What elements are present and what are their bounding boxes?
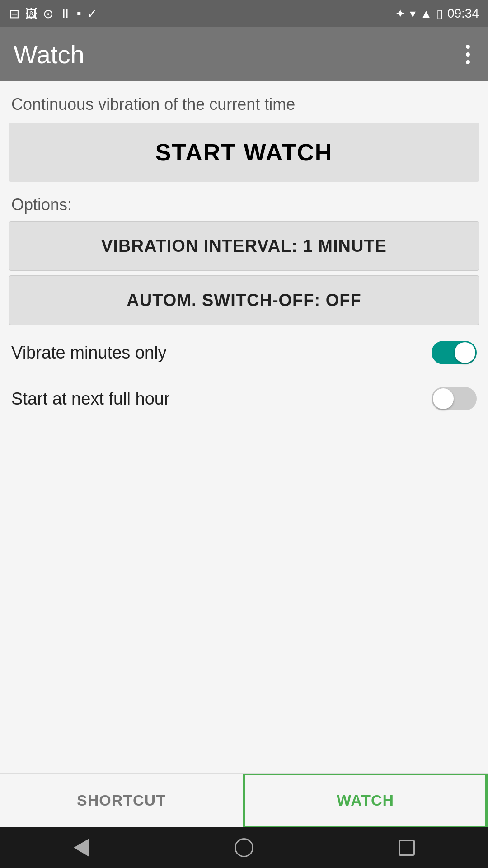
signal-icon: ▲ (420, 7, 432, 21)
start-next-hour-thumb (433, 388, 454, 409)
bluetooth-icon: ✦ (395, 7, 405, 21)
watch-tab[interactable]: WATCH (243, 774, 488, 827)
recents-button[interactable] (393, 834, 420, 861)
status-bar-left-icons: ⊟ 🖼 ⊙ ⏸ ▪ ✓ (9, 6, 97, 21)
app-title: Watch (14, 40, 84, 69)
vibrate-minutes-thumb (455, 342, 475, 363)
main-content: Continuous vibration of the current time… (0, 81, 488, 773)
recents-icon (399, 840, 415, 856)
start-next-hour-row: Start at next full hour (9, 376, 479, 422)
home-icon (235, 838, 253, 857)
sim-icon: ⊟ (9, 6, 19, 21)
status-bar-right-icons: ✦ ▾ ▲ ▯ 09:34 (395, 6, 479, 21)
square-icon: ▪ (77, 6, 81, 21)
shortcut-tab-label: SHORTCUT (77, 792, 166, 809)
back-button[interactable] (68, 834, 95, 861)
dot3 (466, 60, 470, 64)
options-label: Options: (9, 195, 479, 214)
back-icon (74, 839, 89, 857)
subtitle-text: Continuous vibration of the current time (9, 95, 479, 114)
sync-icon: ⊙ (43, 6, 53, 21)
start-next-hour-toggle[interactable] (432, 387, 477, 410)
bottom-nav: SHORTCUT WATCH (0, 773, 488, 827)
dot1 (466, 45, 470, 49)
autom-switch-off-button[interactable]: AUTOM. SWITCH-OFF: OFF (9, 275, 479, 325)
vibrate-minutes-toggle[interactable] (432, 341, 477, 364)
battery-icon: ▯ (436, 7, 443, 21)
app-bar: Watch (0, 27, 488, 81)
status-time: 09:34 (447, 6, 479, 21)
dot2 (466, 52, 470, 57)
vibration-interval-button[interactable]: VIBRATION INTERVAL: 1 MINUTE (9, 221, 479, 271)
pause-icon: ⏸ (59, 6, 71, 21)
android-nav-bar (0, 827, 488, 868)
home-button[interactable] (230, 834, 258, 861)
watch-tab-label: WATCH (337, 792, 394, 809)
vibrate-minutes-label: Vibrate minutes only (11, 343, 167, 363)
shortcut-tab[interactable]: SHORTCUT (0, 774, 243, 827)
start-next-hour-label: Start at next full hour (11, 389, 170, 409)
status-bar: ⊟ 🖼 ⊙ ⏸ ▪ ✓ ✦ ▾ ▲ ▯ 09:34 (0, 0, 488, 27)
vibrate-minutes-row: Vibrate minutes only (9, 330, 479, 376)
wifi-icon: ▾ (410, 7, 416, 21)
image-icon: 🖼 (25, 6, 38, 21)
check-icon: ✓ (87, 6, 97, 21)
start-watch-button[interactable]: START WATCH (9, 123, 479, 182)
overflow-menu-button[interactable] (461, 40, 474, 69)
